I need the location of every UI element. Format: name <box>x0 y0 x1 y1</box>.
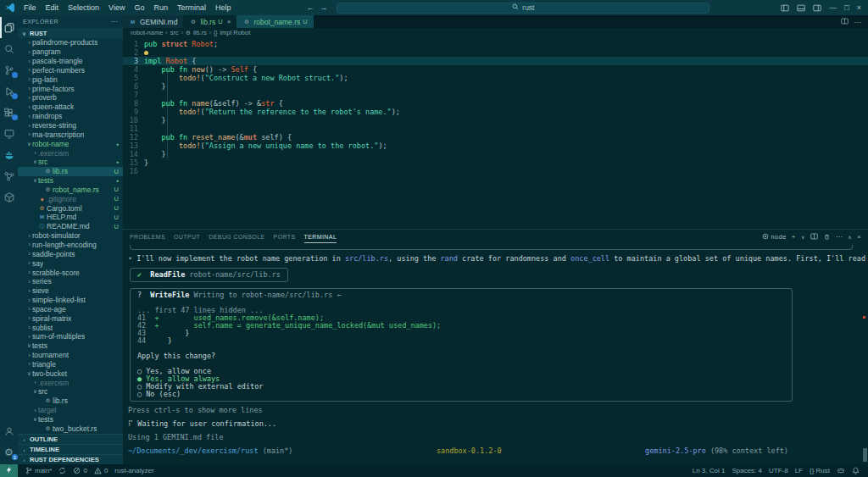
terminal-dropdown-icon[interactable]: ∨ <box>801 234 805 240</box>
toggle-panel-icon[interactable] <box>797 4 805 12</box>
tree-item-spiral-matrix[interactable]: ›spiral-matrix <box>18 313 123 323</box>
close-button[interactable]: × <box>857 3 861 12</box>
tab-lib-rs[interactable]: ⚙lib.rsU× <box>183 15 236 28</box>
menu-edit[interactable]: Edit <box>42 3 64 13</box>
tree-item-two-bucket-rs[interactable]: ⚙two_bucket.rs <box>18 424 123 433</box>
status-remote-indicator[interactable] <box>0 464 18 477</box>
tree-item-tests[interactable]: ∨tests● <box>18 176 123 186</box>
tree-item-lib-rs[interactable]: ⚙lib.rsU <box>18 167 123 176</box>
breadcrumb-item-impl-robot[interactable]: impl Robot <box>220 29 250 36</box>
tree-item-series[interactable]: ›series <box>18 277 123 286</box>
option[interactable]: ○ Modify with external editor <box>137 383 785 391</box>
section-outline[interactable]: ›OUTLINE <box>18 434 123 444</box>
maximize-panel-icon[interactable]: ∧ <box>848 234 852 240</box>
close-panel-icon[interactable]: × <box>857 233 861 241</box>
tree-item-robot-simulator[interactable]: ›robot-simulator <box>18 231 123 241</box>
tree-item-simple-linked-list[interactable]: ›simple-linked-list <box>18 296 123 305</box>
tree-item-pig-latin[interactable]: ›pig-latin <box>18 75 123 84</box>
terminal-view[interactable]: • I'll now implement the robot name gene… <box>123 243 868 464</box>
menu-go[interactable]: Go <box>130 3 148 13</box>
tab-gemini-md[interactable]: MGEMINI.md <box>123 15 183 28</box>
tree-item-exercism[interactable]: ›.exercism <box>18 148 123 158</box>
close-tab-icon[interactable]: × <box>227 18 231 25</box>
tree-item-saddle-points[interactable]: ›saddle-points <box>18 249 123 258</box>
tree-item-target[interactable]: ›target <box>18 406 123 415</box>
status-errors[interactable]: 0 <box>70 464 90 477</box>
tree-item-src[interactable]: ∨src <box>18 387 123 397</box>
extensions-icon[interactable] <box>0 102 18 123</box>
breadcrumb[interactable]: robot-name›src›⚙lib.rs›{}impl Robot <box>123 28 868 37</box>
tree-item-robot-name[interactable]: ∨robot-name● <box>18 139 123 148</box>
tree-item-sieve[interactable]: ›sieve <box>18 286 123 296</box>
panel-tab-terminal[interactable]: TERMINAL <box>304 230 337 243</box>
docker-icon[interactable] <box>0 144 18 165</box>
explorer-more-actions-icon[interactable]: ⋯ <box>111 18 119 25</box>
status-eol[interactable]: LF <box>792 467 806 474</box>
tree-item-proverb[interactable]: ›proverb <box>18 93 123 103</box>
tree-item-sum-of-multiples[interactable]: ›sum-of-multiples <box>18 332 123 341</box>
lightbulb-icon[interactable] <box>144 51 148 55</box>
section-timeline[interactable]: ›TIMELINE <box>18 444 123 454</box>
tree-item-pangram[interactable]: ›pangram <box>18 47 123 57</box>
panel-tab-output[interactable]: OUTPUT <box>174 230 200 243</box>
tree-item-two-bucket[interactable]: ∨two-bucket <box>18 369 123 378</box>
section-rust-dependencies[interactable]: ›RUST DEPENDENCIES <box>18 454 123 464</box>
editor-more-actions-icon[interactable]: ⋯ <box>854 18 862 26</box>
breadcrumb-item-robot-name[interactable]: robot-name <box>131 29 163 36</box>
tree-item-triangle[interactable]: ›triangle <box>18 360 123 369</box>
tree-item-tournament[interactable]: ›tournament <box>18 351 123 360</box>
tree-item-rna-transcription[interactable]: ›rna-transcription <box>18 130 123 139</box>
dependencies-icon[interactable] <box>0 186 18 208</box>
tree-item-help-md[interactable]: MHELP.mdU <box>18 213 123 222</box>
panel-tab-debug-console[interactable]: DEBUG CONSOLE <box>209 230 264 243</box>
status-indentation[interactable]: Spaces: 4 <box>728 467 765 474</box>
tree-item-tests[interactable]: ∨tests <box>18 341 123 351</box>
status-notifications[interactable] <box>849 467 863 474</box>
menu-run[interactable]: Run <box>149 3 172 13</box>
tree-item-reverse-string[interactable]: ›reverse-string <box>18 121 123 130</box>
panel-tab-problems[interactable]: PROBLEMS <box>130 230 165 243</box>
panel-more-actions-icon[interactable]: ⋯ <box>836 233 843 241</box>
tree-item-queen-attack[interactable]: ›queen-attack <box>18 103 123 112</box>
remote-explorer-icon[interactable] <box>0 123 18 144</box>
tree-item-say[interactable]: ›say <box>18 258 123 268</box>
restore-button[interactable]: □ <box>844 3 849 12</box>
run-and-debug-icon[interactable] <box>0 80 18 102</box>
menu-selection[interactable]: Selection <box>64 3 103 13</box>
menu-help[interactable]: Help <box>211 3 236 13</box>
kill-terminal-icon[interactable] <box>823 233 831 241</box>
tree-item-readme-md[interactable]: ⓘREADME.mdU <box>18 222 123 231</box>
tree-item-perfect-numbers[interactable]: ›perfect-numbers <box>18 66 123 75</box>
status-language-mode[interactable]: {} Rust <box>806 467 833 474</box>
nav-back-icon[interactable]: ← <box>306 3 314 12</box>
tree-item-src[interactable]: ∨src● <box>18 158 123 167</box>
panel-tab-ports[interactable]: PORTS <box>274 230 296 243</box>
tree-item-cargo-toml[interactable]: ⚙Cargo.tomlU <box>18 203 123 213</box>
status-cursor-position[interactable]: Ln 3, Col 1 <box>689 467 729 474</box>
tree-item-space-age[interactable]: ›space-age <box>18 304 123 313</box>
tree-item-gitignore[interactable]: ◆.gitignoreU <box>18 194 123 203</box>
new-terminal-icon[interactable]: + <box>792 233 796 241</box>
source-control-icon[interactable] <box>0 59 18 80</box>
minimize-button[interactable]: — <box>829 3 837 12</box>
code-editor[interactable]: 1pub struct Robot;23impl Robot {4 pub fn… <box>123 37 868 229</box>
menu-file[interactable]: File <box>19 3 41 13</box>
status-warnings[interactable]: 0 <box>91 464 111 477</box>
terminal-scrollbar[interactable] <box>863 448 867 462</box>
toggle-secondary-sidebar-icon[interactable] <box>813 4 821 12</box>
status-rust-analyzer[interactable]: rust-analyzer <box>111 464 157 477</box>
breadcrumb-item-lib-rs[interactable]: lib.rs <box>193 29 207 36</box>
tree-item-pascals-triangle[interactable]: ›pascals-triangle <box>18 57 123 66</box>
command-search-input[interactable]: rust <box>337 3 709 14</box>
tree-item-palindrome-products[interactable]: ›palindrome-products <box>18 38 123 47</box>
workspace-section-rust[interactable]: ∨ RUST <box>18 28 123 38</box>
tree-item-robot-name-rs[interactable]: ⚙robot_name.rsU <box>18 186 123 195</box>
status-sync[interactable] <box>55 464 70 477</box>
graph-icon[interactable] <box>0 165 18 186</box>
menu-terminal[interactable]: Terminal <box>173 3 210 13</box>
tab-robot-name-rs[interactable]: ⚙robot_name.rsU <box>236 15 313 28</box>
search-icon[interactable] <box>0 38 18 59</box>
accounts-icon[interactable] <box>0 420 18 441</box>
tree-item-sublist[interactable]: ›sublist <box>18 323 123 332</box>
tree-item-exercism[interactable]: ›.exercism <box>18 378 123 387</box>
